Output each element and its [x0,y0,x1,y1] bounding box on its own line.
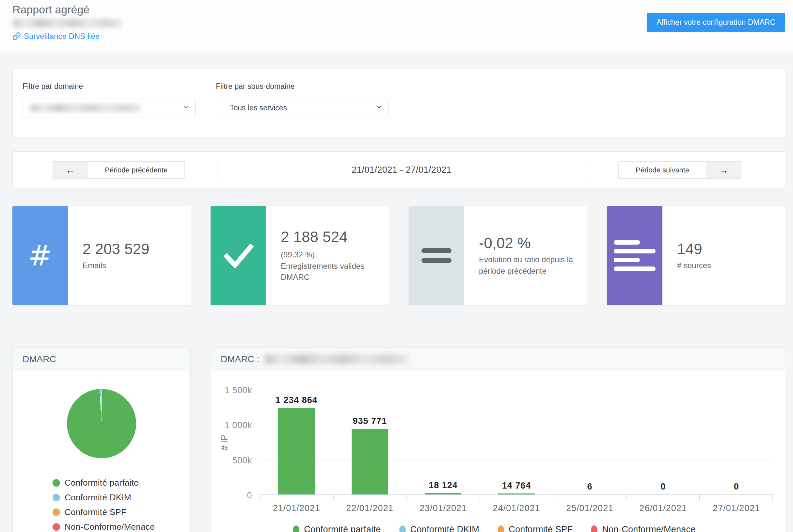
y-tick: 1 500k [225,385,252,396]
next-period-button[interactable]: Période suivante → [618,162,741,179]
y-tick: 0 [247,491,252,501]
dmarc-pie-card: DMARC Conformité parfaite Conformité DKI… [13,347,191,532]
bar-value-label: 0 [660,482,666,492]
domain-filter-select[interactable] [22,99,196,117]
previous-period-label: Période précédente [88,162,185,178]
bar-value-label: 0 [734,482,739,492]
x-label: 22/01/2021 [333,503,407,513]
legend-label: Conformité parfaite [304,525,381,532]
bar-value-label: 14 764 [502,481,531,491]
stat-icon-sources-block [607,206,662,305]
y-axis-ticks: 1 500k 1 000k 500k 0 [211,390,252,495]
next-period-label: Période suivante [619,162,706,178]
legend-dot-blue [53,494,60,501]
x-axis-labels: 21/01/2021 22/01/2021 23/01/2021 24/01/2… [260,503,773,513]
bar-card-header: DMARC : [211,348,785,371]
subdomain-filter-select[interactable]: Tous les services [216,99,389,117]
legend-dot-green [293,526,299,532]
bar-legend-item[interactable]: Non-Conforme/Menace [591,525,695,532]
stat-icon-evolution-block [409,206,464,305]
valid-dmarc-count: 2 188 524 [281,228,381,246]
y-tick: 500k [232,456,252,466]
evolution-value: -0,02 % [479,234,579,252]
bar-legend-item[interactable]: Conformité DKIM [399,525,480,532]
chevron-down-icon [375,103,383,113]
emails-label: Emails [83,260,150,271]
subdomain-filter-label: Filtre par sous-domaine [216,82,389,91]
valid-dmarc-percent: (99,32 %) [281,249,381,261]
redacted-domain-subtitle [13,19,122,27]
bar-value-label: 18 124 [429,480,458,491]
x-axis-ticks [260,495,773,500]
plot-area: 1 234 864 935 771 18 124 14 764 6 0 0 [260,390,773,495]
legend-dot-orange [498,526,504,532]
list-icon [614,240,656,271]
redacted-domain-value [30,104,141,112]
arrow-left-icon: ← [53,162,88,178]
legend-dot-green [53,479,60,487]
pie-legend-item[interactable]: Conformité SPF [53,507,190,517]
stat-card-sources: 149 # sources [607,206,785,305]
bars: 1 234 864 935 771 18 124 14 764 6 0 0 [260,390,773,494]
stat-card-emails: # 2 203 529 Emails [13,206,191,305]
page-header: Rapport agrégé Surveillance DNS liée Aff… [0,0,793,53]
bar-24-01[interactable] [498,493,535,494]
evolution-label: Evolution du ratio depuis la période pré… [479,254,579,277]
stat-icon-emails-block: # [13,206,68,305]
date-range-input[interactable]: 21/01/2021 - 27/01/2021 [217,161,586,179]
stats-row: # 2 203 529 Emails 2 188 524 (99,32 %) E… [13,206,785,305]
legend-label: Conformité parfaite [65,478,139,488]
dns-monitoring-link-label: Surveillance DNS liée [24,32,100,41]
bar-chart: # IP 1 500k 1 000k 500k 0 1 234 864 935 … [260,390,778,513]
pie-card-header: DMARC [13,348,190,371]
bar-value-label: 935 771 [353,416,387,426]
emails-count: 2 203 529 [83,240,150,258]
hash-icon: # [28,239,52,272]
x-label: 25/01/2021 [553,503,626,513]
previous-period-button[interactable]: ← Période précédente [53,162,185,179]
dmarc-pie-chart[interactable] [67,389,136,458]
redacted-domain-title [265,354,408,364]
period-navigation-card: ← Période précédente 21/01/2021 - 27/01/… [13,152,785,188]
legend-label: Conformité DKIM [410,525,480,532]
legend-label: Non-Conforme/Menace [65,522,155,532]
pie-legend-item[interactable]: Conformité DKIM [53,493,190,502]
dmarc-bar-card: DMARC : # IP 1 500k 1 000k 500k 0 1 234 … [211,347,785,532]
x-label: 26/01/2021 [626,503,700,513]
legend-label: Conformité SPF [65,507,127,517]
bar-22-01[interactable] [352,429,388,494]
bar-legend-item[interactable]: Conformité parfaite [293,525,381,532]
x-label: 24/01/2021 [480,503,553,513]
chevron-down-icon [182,103,189,113]
pie-legend-item[interactable]: Conformité parfaite [53,478,190,488]
bar-legend: Conformité parfaite Conformité DKIM Conf… [211,525,778,532]
legend-dot-red [53,523,60,531]
pie-legend: Conformité parfaite Conformité DKIM Conf… [53,478,190,532]
x-label: 27/01/2021 [700,503,773,513]
subdomain-filter-value: Tous les services [230,103,287,112]
sources-count: 149 [677,240,711,258]
stat-icon-valid-block [211,206,266,305]
legend-label: Non-Conforme/Menace [602,525,695,532]
equals-icon [422,248,451,263]
domain-filter-label: Filtre par domaine [22,82,196,91]
pie-legend-item[interactable]: Non-Conforme/Menace [53,522,190,532]
legend-dot-blue [399,526,406,532]
show-dmarc-config-button[interactable]: Afficher votre configuration DMARC [647,13,785,32]
stat-card-valid-dmarc: 2 188 524 (99,32 %) Enregistrements vali… [211,206,389,305]
bar-21-01[interactable] [278,408,315,494]
check-icon [221,239,255,273]
legend-dot-red [591,526,597,532]
valid-dmarc-label: Enregistrements valides DMARC [281,261,381,283]
pie-card-title: DMARC [22,354,56,364]
dns-monitoring-link[interactable]: Surveillance DNS liée [13,32,100,41]
bar-card-title: DMARC : [221,354,259,364]
y-tick: 1 000k [225,420,252,431]
bar-23-01[interactable] [425,493,461,494]
legend-label: Conformité SPF [509,525,573,532]
bar-legend-item[interactable]: Conformité SPF [498,525,573,532]
sources-label: # sources [677,260,711,271]
arrow-right-icon: → [706,162,741,178]
legend-label: Conformité DKIM [65,493,131,502]
bar-value-label: 6 [587,482,593,492]
